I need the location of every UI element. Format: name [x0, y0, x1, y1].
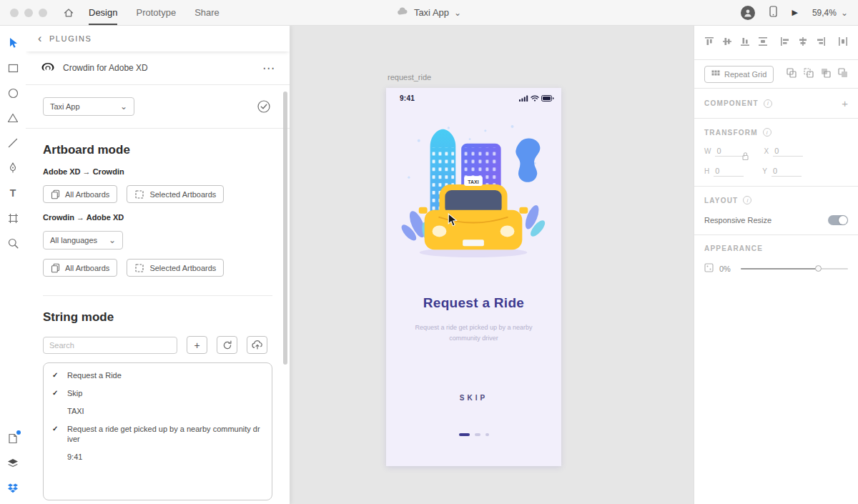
artboard-request-ride[interactable]: 9:41	[386, 88, 561, 466]
page-indicator[interactable]	[386, 433, 561, 436]
string-text: Skip	[67, 388, 262, 399]
mask-icon[interactable]	[804, 68, 814, 80]
connection-status-button[interactable]	[255, 98, 272, 115]
tab-design[interactable]: Design	[89, 1, 117, 25]
device-preview-icon[interactable]	[769, 6, 777, 19]
add-component-button[interactable]: +	[842, 97, 848, 109]
home-icon[interactable]	[63, 7, 74, 19]
ellipse-tool-icon[interactable]	[7, 87, 19, 99]
component-create-icon[interactable]	[838, 68, 848, 80]
close-window-button[interactable]	[10, 9, 19, 17]
appearance-section: APPEARANCE 0%	[694, 235, 858, 284]
opacity-slider[interactable]	[741, 268, 848, 270]
string-list-item[interactable]: ✓Skip	[44, 385, 272, 402]
user-avatar[interactable]	[741, 6, 755, 20]
align-center-icon[interactable]	[798, 36, 808, 49]
artboard-title-text[interactable]: Request a Ride	[386, 295, 561, 311]
info-icon[interactable]: i	[763, 128, 771, 137]
zoom-tool-icon[interactable]	[7, 237, 19, 249]
y-input[interactable]	[771, 166, 802, 177]
document-title[interactable]: Taxi App ⌄	[397, 7, 461, 18]
cellular-signal-icon	[519, 95, 528, 102]
rectangle-tool-icon[interactable]	[7, 62, 19, 74]
align-bottom-icon[interactable]	[740, 36, 750, 49]
selected-artboards-download-button[interactable]: Selected Artboards	[127, 259, 224, 277]
plugins-header-label: PLUGINS	[49, 34, 92, 43]
plugin-panel-scrollbar[interactable]	[283, 92, 287, 365]
align-middle-icon[interactable]	[722, 36, 732, 49]
distribute-vertical-icon[interactable]	[758, 36, 768, 49]
distribute-horizontal-icon[interactable]	[838, 36, 848, 49]
project-select-value: Taxi App	[50, 102, 80, 111]
crowdin-logo-icon	[40, 62, 56, 74]
tab-prototype[interactable]: Prototype	[136, 1, 176, 25]
upload-strings-button[interactable]	[247, 336, 267, 354]
align-top-icon[interactable]	[704, 36, 714, 49]
check-icon: ✓	[52, 388, 61, 398]
main-area: T ‹ PLUGINS	[0, 26, 858, 504]
search-input[interactable]	[43, 337, 177, 354]
boolean-ops-icon[interactable]	[821, 68, 831, 80]
repeat-grid-button[interactable]: Repeat Grid	[704, 66, 774, 83]
all-artboards-upload-button[interactable]: All Artboards	[43, 185, 117, 203]
maximize-window-button[interactable]	[39, 9, 47, 17]
chevron-down-icon: ⌄	[120, 102, 127, 111]
string-text: Request a ride get picked up by a nearby…	[67, 424, 262, 445]
artboard-tool-icon[interactable]	[7, 212, 19, 224]
canvas[interactable]: request_ride 9:41	[290, 26, 694, 504]
project-select[interactable]: Taxi App ⌄	[43, 97, 134, 116]
status-bar-icons	[519, 95, 554, 102]
taxi-illustration[interactable]: TAXI	[399, 119, 548, 265]
height-input[interactable]	[714, 166, 744, 177]
plugins-panel-icon[interactable]	[7, 433, 19, 444]
align-right-icon[interactable]	[816, 36, 826, 49]
skip-button-text[interactable]: SKIP	[386, 394, 561, 402]
chevron-down-icon: ⌄	[109, 236, 116, 244]
select-tool-icon[interactable]	[7, 37, 19, 49]
cloud-icon	[397, 7, 409, 18]
repeat-grid-label: Repeat Grid	[724, 70, 766, 79]
status-bar-time[interactable]: 9:41	[400, 94, 415, 102]
string-list-item[interactable]: ✓Request a Ride	[44, 367, 272, 385]
transform-section: TRANSFORM i W X H	[694, 119, 858, 187]
artboard-subtitle-text[interactable]: Request a ride get picked up by a nearby…	[414, 322, 534, 344]
polygon-tool-icon[interactable]	[7, 112, 19, 124]
selected-artboards-upload-button[interactable]: Selected Artboards	[127, 185, 224, 203]
string-list-item[interactable]: TAXI	[44, 402, 272, 420]
string-list-item[interactable]: ✓Request a ride get picked up by a nearb…	[44, 420, 272, 449]
refresh-strings-button[interactable]	[217, 336, 237, 354]
plugin-menu-button[interactable]: ⋯	[262, 61, 275, 76]
layout-heading: LAYOUT	[704, 197, 738, 204]
chevron-down-icon: ⌄	[841, 9, 848, 17]
info-icon[interactable]: i	[764, 99, 772, 108]
layers-panel-icon[interactable]	[7, 458, 19, 469]
add-string-button[interactable]: +	[187, 336, 207, 354]
all-artboards-download-button[interactable]: All Artboards	[43, 259, 117, 277]
direction-crowdin-to-xd-label: Crowdin → Adobe XD	[43, 213, 272, 222]
string-list-item[interactable]: 9:41	[44, 448, 272, 466]
pen-tool-icon[interactable]	[7, 162, 19, 174]
back-chevron-icon[interactable]: ‹	[38, 33, 43, 44]
text-tool-icon[interactable]: T	[7, 187, 19, 199]
line-tool-icon[interactable]	[7, 137, 19, 149]
responsive-resize-toggle[interactable]	[828, 215, 848, 225]
zoom-level-value: 59,4%	[812, 8, 837, 18]
group-icon[interactable]	[786, 68, 797, 80]
zoom-control[interactable]: 59,4% ⌄	[812, 8, 848, 18]
x-input[interactable]	[773, 146, 803, 157]
all-artboards-label: All Artboards	[65, 264, 109, 272]
string-list: ✓Request a Ride✓SkipTAXI✓Request a ride …	[43, 362, 272, 500]
align-left-icon[interactable]	[780, 36, 790, 49]
responsive-resize-label: Responsive Resize	[704, 216, 771, 224]
preview-play-button[interactable]: ▶	[792, 9, 797, 16]
opacity-slider-thumb[interactable]	[815, 265, 822, 272]
tab-share[interactable]: Share	[194, 1, 220, 25]
languages-select[interactable]: All languages ⌄	[43, 231, 123, 249]
direction-xd-to-crowdin-label: Adobe XD → Crowdin	[43, 167, 272, 176]
page-dot	[475, 433, 480, 436]
artboard-label[interactable]: request_ride	[388, 73, 431, 81]
info-icon[interactable]: i	[743, 196, 751, 204]
aspect-lock-icon[interactable]	[741, 152, 749, 163]
minimize-window-button[interactable]	[24, 9, 33, 17]
assets-panel-icon[interactable]	[7, 483, 19, 494]
